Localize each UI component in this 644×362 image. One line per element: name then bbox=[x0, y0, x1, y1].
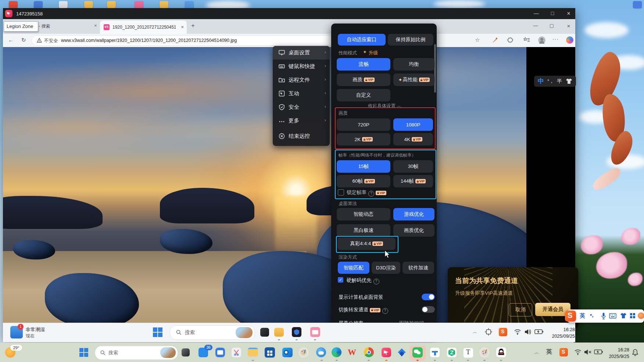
mode-quality-button[interactable]: 画质 VIP bbox=[337, 74, 390, 86]
quality-2k-button[interactable]: 2K VIP bbox=[337, 133, 390, 146]
host-battery-icon[interactable] bbox=[594, 349, 603, 355]
remote-minimize-button[interactable]: — bbox=[533, 10, 540, 16]
menu-item-keyboard-mouse[interactable]: 键鼠和快捷 › bbox=[273, 60, 330, 73]
wps-icon[interactable]: W bbox=[348, 348, 357, 357]
host-search-box[interactable]: 搜索 bbox=[95, 346, 178, 360]
extensions-icon[interactable] bbox=[507, 37, 513, 43]
paint-palette-icon[interactable] bbox=[479, 347, 490, 358]
sogou-punct-icon[interactable]: •, bbox=[590, 312, 593, 318]
menu-item-remote-files[interactable]: 远程文件 › bbox=[273, 73, 330, 87]
browser-restore-button[interactable]: ▢ bbox=[548, 23, 555, 28]
algo-truecolor-button[interactable]: 真彩4:4:4 VIP bbox=[337, 237, 396, 250]
search-highlight-image[interactable] bbox=[236, 327, 253, 338]
file-explorer-icon[interactable] bbox=[248, 348, 258, 356]
fps-30-button[interactable]: 30帧 bbox=[393, 160, 433, 173]
extension-orange-icon[interactable] bbox=[492, 37, 498, 43]
host-lang-indicator[interactable]: 英 bbox=[546, 348, 552, 356]
legion-zone-icon[interactable] bbox=[292, 327, 301, 337]
desktop-icon-folder[interactable] bbox=[160, 1, 168, 8]
browser-minimize-button[interactable]: — bbox=[532, 23, 539, 28]
favorites-bar-icon[interactable] bbox=[523, 37, 530, 43]
remote-start-button[interactable] bbox=[153, 327, 162, 337]
typora-icon[interactable]: T bbox=[463, 348, 473, 358]
fps-15-button[interactable]: 15帧 bbox=[337, 160, 390, 173]
algo-game-button[interactable]: 游戏优化 bbox=[393, 208, 434, 221]
remote-ime-statusbar[interactable]: 中 °， 半 bbox=[534, 76, 576, 87]
remote-weather-condition[interactable]: 非常潮湿 bbox=[26, 326, 45, 333]
algo-smart-button[interactable]: 智能动态 bbox=[337, 208, 390, 221]
browser-tab-1[interactable]: 纸 - 搜索 bbox=[33, 23, 88, 29]
desktop-icon-blue-app2[interactable] bbox=[185, 1, 194, 8]
grid-menu-icon[interactable] bbox=[630, 313, 636, 319]
keep-ratio-button[interactable]: 保持原始比例 bbox=[388, 34, 433, 46]
quality-1080p-button[interactable]: 1080P bbox=[393, 118, 433, 131]
desktop-icon-red-app[interactable] bbox=[9, 1, 18, 8]
tab2-close-icon[interactable]: × bbox=[181, 24, 184, 30]
remote-search-box[interactable]: 搜索 bbox=[170, 325, 255, 340]
promo-cancel-button[interactable]: 取消 bbox=[509, 303, 532, 316]
mode-custom-button[interactable]: 自定义 bbox=[337, 89, 390, 101]
remote-app-icon[interactable] bbox=[382, 348, 391, 357]
remote-wifi-icon[interactable] bbox=[514, 329, 521, 335]
menu-item-interaction[interactable]: 互动 › bbox=[273, 87, 330, 100]
paint-icon[interactable] bbox=[298, 347, 309, 358]
jianying-icon[interactable] bbox=[397, 348, 407, 357]
desktop-icon-blue-app[interactable] bbox=[34, 1, 43, 8]
algo-quality-button[interactable]: 画质优化 bbox=[393, 224, 434, 237]
hexagon-z-app-icon[interactable] bbox=[447, 348, 457, 357]
show-desktop-bg-toggle[interactable] bbox=[422, 294, 435, 300]
mode-performance-button[interactable]: ✦ 高性能 VIP bbox=[393, 74, 434, 86]
chrome-icon[interactable] bbox=[364, 347, 374, 357]
fps-60-button[interactable]: 60帧 VIP bbox=[337, 175, 390, 187]
fit-window-button[interactable]: 自动适应窗口 bbox=[338, 34, 386, 46]
profile-avatar[interactable] bbox=[538, 36, 545, 44]
sogou-lang-icon[interactable]: 英 bbox=[580, 312, 585, 319]
remote-taskview-icon[interactable] bbox=[260, 328, 269, 337]
render-software-button[interactable]: 软件加速 bbox=[402, 262, 434, 274]
remote-battery-icon[interactable] bbox=[534, 329, 543, 334]
search-highlight-image[interactable] bbox=[160, 347, 176, 358]
help-icon[interactable]: ? bbox=[382, 308, 388, 314]
host-volume-muted-icon[interactable] bbox=[584, 349, 592, 355]
host-clock[interactable]: 16:28 2025/9/25 bbox=[605, 347, 629, 360]
help-icon[interactable]: ? bbox=[373, 279, 379, 284]
fps-144-button[interactable]: 144帧 VIP bbox=[393, 175, 433, 187]
wechat-icon[interactable] bbox=[412, 347, 423, 358]
back-icon[interactable]: ← bbox=[8, 37, 14, 43]
host-sogou-icon[interactable]: S bbox=[559, 348, 568, 356]
remote-close-button[interactable]: × bbox=[565, 10, 572, 17]
bilibili-icon[interactable] bbox=[310, 327, 320, 337]
panel-scrollbar[interactable] bbox=[434, 44, 436, 93]
mode-smooth-button[interactable]: 流畅 bbox=[337, 58, 390, 71]
skin-shirt-icon[interactable] bbox=[620, 313, 627, 319]
remote-sogou-icon[interactable]: S bbox=[499, 328, 507, 336]
mode-balanced-button[interactable]: 均衡 bbox=[393, 58, 434, 71]
qq-icon[interactable] bbox=[496, 347, 506, 357]
favorite-star-icon[interactable]: ☆ bbox=[475, 37, 480, 43]
render-smart-button[interactable]: 智能匹配 bbox=[338, 262, 369, 274]
desktop-icon-folder[interactable] bbox=[107, 1, 116, 8]
menu-item-more[interactable]: 更多 › bbox=[273, 114, 330, 128]
remote-tray-chevron-icon[interactable]: ︿ bbox=[473, 329, 477, 335]
hw-decode-checkbox[interactable]: ✓ bbox=[338, 277, 343, 283]
menu-item-desktop-settings[interactable]: 桌面设置 › bbox=[273, 46, 330, 60]
quality-4k-button[interactable]: 4K VIP bbox=[393, 133, 433, 146]
host-tray-chevron-icon[interactable]: ︿ bbox=[534, 350, 539, 356]
remote-volume-icon[interactable] bbox=[524, 329, 532, 335]
host-taskview-icon[interactable] bbox=[182, 348, 190, 356]
desktop-icon-folder[interactable] bbox=[84, 1, 93, 8]
notification-bell-icon[interactable]: z bbox=[632, 349, 639, 356]
outlook-icon[interactable] bbox=[282, 348, 293, 357]
lock-fps-checkbox[interactable] bbox=[338, 189, 344, 196]
render-d3d-button[interactable]: D3D渲染 bbox=[372, 262, 400, 274]
remote-display-settings-icon[interactable] bbox=[484, 328, 493, 336]
host-wifi-icon[interactable] bbox=[574, 349, 582, 355]
desktop-icon-grey-app[interactable] bbox=[59, 1, 68, 8]
new-tab-button[interactable]: + bbox=[191, 22, 195, 29]
qq-browser-icon[interactable] bbox=[316, 347, 326, 357]
switch-channel-toggle[interactable] bbox=[422, 306, 435, 313]
remote-maximize-button[interactable]: □ bbox=[549, 10, 556, 16]
tab1-close-icon[interactable]: × bbox=[94, 23, 97, 28]
remote-clock[interactable]: 16:28 2025/09/25 bbox=[543, 326, 575, 340]
menu-item-end-session[interactable]: 结束远控 bbox=[273, 129, 330, 143]
